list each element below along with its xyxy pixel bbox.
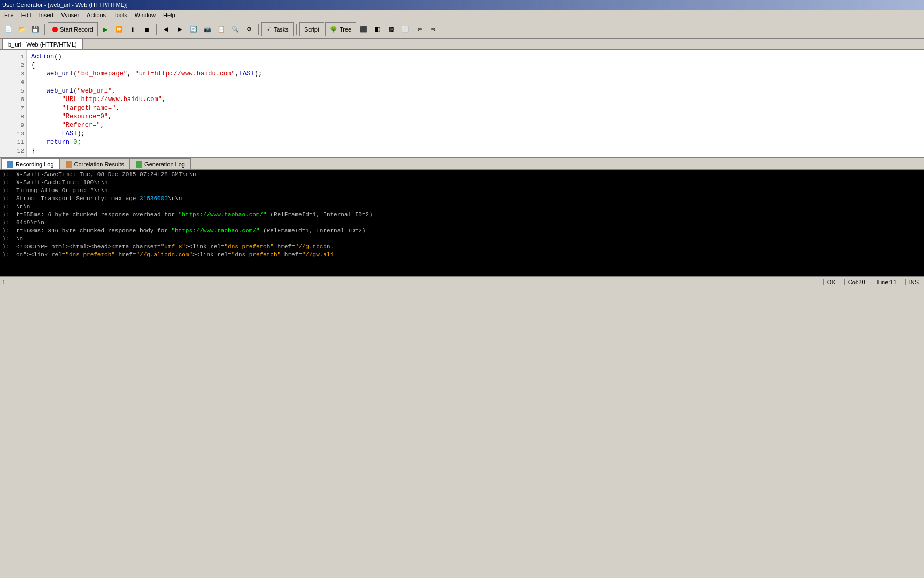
menu-edit[interactable]: Edit: [18, 10, 35, 20]
snapshot-icon: 📷: [204, 26, 211, 33]
fwd-button[interactable]: ▶: [173, 22, 186, 36]
editor-tab-label: b_url - Web (HTTP/HTML): [8, 41, 77, 48]
menu-help[interactable]: Help: [160, 10, 179, 20]
stop-button[interactable]: ⏹: [141, 22, 153, 36]
tab-generation-log[interactable]: Generation Log: [130, 158, 191, 169]
view-btn4[interactable]: ⬜: [399, 22, 412, 36]
refresh-icon: 🔄: [190, 26, 197, 33]
extra2-button[interactable]: 🔍: [229, 22, 242, 36]
record-label: Start Record: [60, 26, 93, 33]
correlation-results-label: Correlation Results: [74, 161, 125, 168]
list-item: ): 64d9\r\n: [2, 219, 922, 227]
list-item: ): X-Swift-CacheTime: 100\r\n: [2, 179, 922, 187]
list-item: ): X-Swift-SaveTime: Tue, 08 Dec 2015 07…: [2, 171, 922, 179]
play-button[interactable]: ▶: [99, 22, 112, 36]
script-button[interactable]: Script: [299, 22, 324, 36]
status-bar: 1. OK Col:20 Line:11 INS: [0, 276, 924, 287]
tree-label: Tree: [340, 26, 351, 33]
play-icon: ▶: [103, 26, 107, 33]
start-record-button[interactable]: Start Record: [48, 22, 98, 36]
pause-button[interactable]: ⏸: [127, 22, 140, 36]
bottom-panel: Recording Log Correlation Results Genera…: [0, 157, 924, 276]
recording-log-icon: [7, 161, 13, 168]
new-icon: 📄: [5, 26, 12, 33]
extra1-icon: 📋: [218, 26, 225, 33]
extra3-button[interactable]: ⚙: [243, 22, 256, 36]
menu-file[interactable]: File: [1, 10, 17, 20]
tree-button[interactable]: 🌳 Tree: [325, 22, 356, 36]
title-bar: User Generator - [web_url - Web (HTTP/HT…: [0, 0, 924, 10]
list-item: ): Timing-Allow-Origin: *\r\n: [2, 187, 922, 195]
status-left: 1.: [2, 279, 7, 285]
snapshot-button[interactable]: 📷: [201, 22, 214, 36]
col-status: Col:20: [844, 279, 868, 285]
view-btn5[interactable]: ⇦: [413, 22, 426, 36]
editor-tab-bar: b_url - Web (HTTP/HTML): [0, 39, 924, 50]
tasks-icon: ☑: [266, 26, 272, 33]
fwd-icon: ▶: [178, 26, 182, 33]
menu-window[interactable]: Window: [132, 10, 159, 20]
extra1-button[interactable]: 📋: [215, 22, 228, 36]
list-item: ): t=555ms: 6-byte chunked response over…: [2, 211, 922, 219]
step-icon: ⏩: [116, 26, 123, 33]
stop-icon: ⏹: [144, 26, 150, 33]
sep-3: [258, 24, 259, 35]
ins-status: INS: [905, 279, 922, 285]
title-text: User Generator - [web_url - Web (HTTP/HT…: [2, 2, 128, 8]
view-btn1[interactable]: ⬛: [357, 22, 370, 36]
editor-tab[interactable]: b_url - Web (HTTP/HTML): [2, 39, 83, 49]
back-icon: ◀: [164, 26, 168, 33]
step-button[interactable]: ⏩: [113, 22, 126, 36]
tab-recording-log[interactable]: Recording Log: [1, 158, 60, 169]
generation-log-label: Generation Log: [144, 161, 185, 168]
status-right: OK Col:20 Line:11 INS: [823, 279, 922, 285]
tasks-button[interactable]: ☑ Tasks: [261, 22, 294, 36]
open-button[interactable]: 📂: [16, 22, 28, 36]
tree-icon: 🌳: [330, 26, 337, 33]
list-item: ): cn"><link rel="dns-prefetch" href="//…: [2, 251, 922, 259]
sep-4: [296, 24, 297, 35]
list-item: ): <!DOCTYPE html><html><head><meta char…: [2, 243, 922, 251]
view-btn3[interactable]: ▩: [385, 22, 398, 36]
bottom-tab-bar: Recording Log Correlation Results Genera…: [0, 158, 924, 170]
menu-bar: File Edit Insert Vyuser Actions Tools Wi…: [0, 10, 924, 20]
sep-1: [44, 24, 45, 35]
list-item: ): Strict-Transport-Security: max-age=31…: [2, 195, 922, 203]
menu-tools[interactable]: Tools: [110, 10, 130, 20]
log-content: ): X-Swift-SaveTime: Tue, 08 Dec 2015 07…: [0, 170, 924, 276]
extra2-icon: 🔍: [232, 26, 239, 33]
menu-insert[interactable]: Insert: [36, 10, 57, 20]
line-numbers: 1 2 3 4 5 6 7 8 9 10 11 12: [0, 50, 27, 157]
record-icon: [52, 27, 58, 32]
sep-2: [156, 24, 157, 35]
ok-status: OK: [823, 279, 839, 285]
new-button[interactable]: 📄: [2, 22, 15, 36]
recording-log-label: Recording Log: [16, 161, 54, 168]
list-item: ): t=560ms: 846-byte chunked response bo…: [2, 227, 922, 235]
back-button[interactable]: ◀: [159, 22, 172, 36]
open-icon: 📂: [18, 26, 26, 33]
list-item: ): \r\n: [2, 203, 922, 211]
tasks-label: Tasks: [274, 26, 289, 33]
view-btn2[interactable]: ◧: [371, 22, 384, 36]
pause-icon: ⏸: [130, 26, 136, 33]
line-status: Line:11: [874, 279, 900, 285]
list-item: ): \n: [2, 235, 922, 243]
extra3-icon: ⚙: [247, 26, 252, 33]
menu-actions[interactable]: Actions: [83, 10, 109, 20]
correlation-icon: [66, 161, 72, 168]
editor-area: 1 2 3 4 5 6 7 8 9 10 11 12 Action() { we…: [0, 50, 924, 157]
generation-log-icon: [136, 161, 142, 168]
toolbar: 📄 📂 💾 Start Record ▶ ⏩ ⏸ ⏹ ◀ ▶ 🔄 📷 📋: [0, 20, 924, 39]
code-editor[interactable]: Action() { web_url("bd_homepage", "url=h…: [27, 50, 924, 157]
tab-correlation-results[interactable]: Correlation Results: [60, 158, 130, 169]
script-label: Script: [304, 26, 319, 33]
save-button[interactable]: 💾: [29, 22, 42, 36]
view-btn6[interactable]: ⇨: [427, 22, 440, 36]
save-icon: 💾: [32, 26, 39, 33]
menu-vyuser[interactable]: Vyuser: [58, 10, 82, 20]
refresh-button[interactable]: 🔄: [187, 22, 200, 36]
